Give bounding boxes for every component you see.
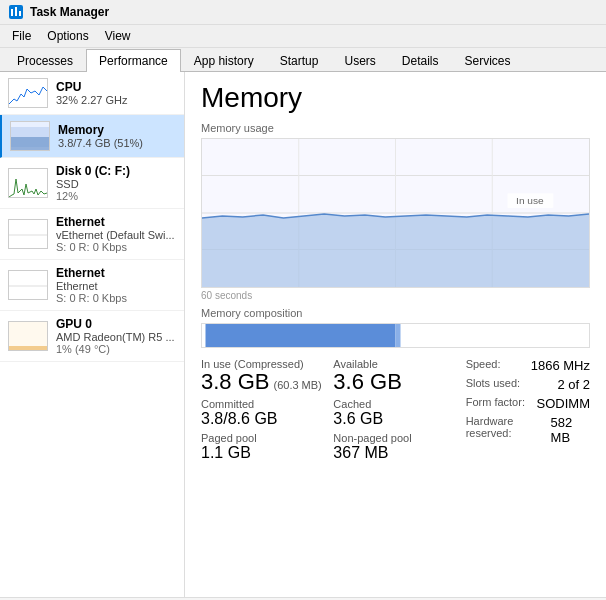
menu-view[interactable]: View [97, 27, 139, 45]
svg-rect-12 [9, 346, 48, 351]
sidebar: CPU 32% 2.27 GHz Memory 3.8/7.4 GB (51%) [0, 72, 185, 597]
available-value: 3.6 GB [333, 370, 457, 394]
stat-cached: Cached 3.6 GB [333, 398, 457, 428]
speed-value: 1866 MHz [531, 358, 590, 373]
menu-bar: File Options View [0, 25, 606, 48]
graph-seconds: 60 seconds [201, 290, 590, 301]
sidebar-item-gpu[interactable]: GPU 0 AMD Radeon(TM) R5 ... 1% (49 °C) [0, 311, 184, 362]
svg-rect-6 [11, 137, 50, 151]
composition-label: Memory composition [201, 307, 590, 319]
sidebar-disk-sub: SSD [56, 178, 176, 190]
stat-speed-group: Speed: 1866 MHz Slots used: 2 of 2 Form … [466, 358, 590, 449]
stats-area: In use (Compressed) 3.8 GB (60.3 MB) Ava… [201, 358, 590, 462]
sidebar-cpu-name: CPU [56, 80, 176, 94]
composition-section: Memory composition [201, 307, 590, 348]
sidebar-memory-sub: 3.8/7.4 GB (51%) [58, 137, 176, 149]
cached-label: Cached [333, 398, 457, 410]
ethernet1-thumb [8, 219, 48, 249]
usage-label: Memory usage [201, 122, 590, 134]
stat-in-use: In use (Compressed) 3.8 GB (60.3 MB) [201, 358, 325, 394]
nonpaged-pool-label: Non-paged pool [333, 432, 457, 444]
main-content: CPU 32% 2.27 GHz Memory 3.8/7.4 GB (51%) [0, 72, 606, 597]
svg-rect-1 [11, 9, 13, 16]
slots-label: Slots used: [466, 377, 520, 392]
usage-graph: In use [201, 138, 590, 288]
sidebar-disk-name: Disk 0 (C: F:) [56, 164, 176, 178]
sidebar-eth1-sub: vEthernet (Default Swi... [56, 229, 176, 241]
title-bar: Task Manager [0, 0, 606, 25]
sidebar-eth2-sub2: S: 0 R: 0 Kbps [56, 292, 176, 304]
tab-processes[interactable]: Processes [4, 49, 86, 72]
paged-pool-value: 1.1 GB [201, 444, 325, 462]
tab-bar: Processes Performance App history Startu… [0, 48, 606, 72]
in-use-value: 3.8 GB [201, 370, 269, 394]
page-title: Memory [201, 82, 590, 114]
sidebar-eth1-name: Ethernet [56, 215, 176, 229]
svg-rect-25 [396, 324, 401, 348]
task-manager-icon [8, 4, 24, 20]
tab-startup[interactable]: Startup [267, 49, 332, 72]
menu-file[interactable]: File [4, 27, 39, 45]
tab-users[interactable]: Users [331, 49, 388, 72]
paged-pool-label: Paged pool [201, 432, 325, 444]
svg-rect-24 [206, 324, 396, 348]
sidebar-eth2-sub: Ethernet [56, 280, 176, 292]
sidebar-memory-name: Memory [58, 123, 176, 137]
menu-options[interactable]: Options [39, 27, 96, 45]
stat-paged-pool: Paged pool 1.1 GB [201, 432, 325, 462]
stat-committed: Committed 3.8/8.6 GB [201, 398, 325, 428]
sidebar-eth1-sub2: S: 0 R: 0 Kbps [56, 241, 176, 253]
svg-rect-3 [19, 11, 21, 16]
slots-value: 2 of 2 [557, 377, 590, 392]
content-area: Memory Memory usage In use 60 seconds [185, 72, 606, 597]
form-factor-value: SODIMM [537, 396, 590, 411]
sidebar-gpu-sub: AMD Radeon(TM) R5 ... [56, 331, 176, 343]
sidebar-disk-sub2: 12% [56, 190, 176, 202]
sidebar-item-cpu[interactable]: CPU 32% 2.27 GHz [0, 72, 184, 115]
sidebar-item-disk[interactable]: Disk 0 (C: F:) SSD 12% [0, 158, 184, 209]
sidebar-gpu-name: GPU 0 [56, 317, 176, 331]
tab-services[interactable]: Services [452, 49, 524, 72]
svg-text:In use: In use [516, 195, 544, 206]
tab-app-history[interactable]: App history [181, 49, 267, 72]
form-factor-label: Form factor: [466, 396, 525, 411]
sidebar-gpu-sub2: 1% (49 °C) [56, 343, 176, 355]
sidebar-item-ethernet2[interactable]: Ethernet Ethernet S: 0 R: 0 Kbps [0, 260, 184, 311]
ethernet2-thumb [8, 270, 48, 300]
in-use-compressed: (60.3 MB) [273, 379, 321, 391]
sidebar-cpu-sub: 32% 2.27 GHz [56, 94, 176, 106]
svg-marker-20 [202, 214, 589, 287]
tab-details[interactable]: Details [389, 49, 452, 72]
hw-reserved-label: Hardware reserved: [466, 415, 551, 445]
stat-nonpaged-pool: Non-paged pool 367 MB [333, 432, 457, 462]
nonpaged-pool-value: 367 MB [333, 444, 457, 462]
speed-label: Speed: [466, 358, 501, 373]
disk-thumb [8, 168, 48, 198]
committed-value: 3.8/8.6 GB [201, 410, 325, 428]
hw-reserved-value: 582 MB [551, 415, 590, 445]
sidebar-item-memory[interactable]: Memory 3.8/7.4 GB (51%) [0, 115, 184, 158]
cpu-thumb [8, 78, 48, 108]
gpu-thumb [8, 321, 48, 351]
svg-rect-2 [15, 7, 17, 16]
tab-performance[interactable]: Performance [86, 49, 181, 72]
composition-bar [201, 323, 590, 348]
title-text: Task Manager [30, 5, 109, 19]
stat-available: Available 3.6 GB [333, 358, 457, 394]
cached-value: 3.6 GB [333, 410, 457, 428]
sidebar-item-ethernet1[interactable]: Ethernet vEthernet (Default Swi... S: 0 … [0, 209, 184, 260]
committed-label: Committed [201, 398, 325, 410]
memory-thumb [10, 121, 50, 151]
sidebar-eth2-name: Ethernet [56, 266, 176, 280]
